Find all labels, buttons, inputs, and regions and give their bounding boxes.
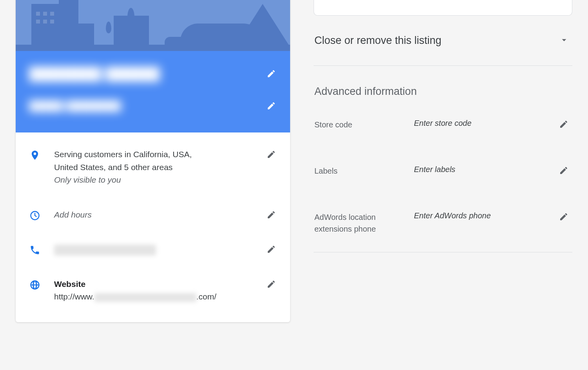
edit-phone-button[interactable]	[266, 243, 277, 254]
chevron-down-icon	[559, 35, 569, 47]
title-block: ████████ ██████ █████ ████████	[16, 51, 290, 132]
edit-hours-button[interactable]	[266, 209, 277, 219]
edit-website-button[interactable]	[266, 278, 277, 289]
pencil-icon	[267, 101, 276, 111]
business-category: █████ ████████	[29, 100, 121, 111]
website-url-suffix: .com/	[196, 292, 216, 301]
edit-category-button[interactable]	[266, 100, 277, 111]
hours-row: Add hours	[29, 198, 277, 232]
close-remove-listing-label: Close or remove this listing	[314, 34, 441, 47]
labels-row: Labels Enter labels	[314, 148, 572, 194]
hero-illustration	[16, 0, 290, 51]
pencil-icon	[559, 120, 568, 129]
info-list: Serving customers in California, USA, Un…	[16, 132, 290, 322]
store-code-row: Store code Enter store code	[314, 102, 572, 148]
previous-card-bottom	[314, 0, 572, 16]
website-row: Website http://www..com/	[29, 267, 277, 314]
pencil-icon	[267, 150, 276, 159]
pencil-icon	[267, 279, 276, 289]
location-text: Serving customers in California, USA, Un…	[54, 148, 252, 187]
website-url-prefix: http://www.	[54, 292, 94, 301]
skyline-illustration	[16, 0, 290, 51]
globe-icon	[29, 278, 41, 290]
location-line2: United States, and 5 other areas	[54, 161, 252, 174]
adwords-phone-label: AdWords location extensions phone	[314, 211, 405, 235]
clock-icon	[29, 209, 41, 221]
phone-redacted	[54, 245, 156, 256]
store-code-value: Enter store code	[414, 119, 549, 128]
website-redacted	[94, 293, 196, 302]
hours-placeholder: Add hours	[54, 209, 252, 221]
pencil-icon	[559, 166, 568, 175]
phone-icon	[29, 243, 41, 256]
phone-value	[54, 243, 252, 256]
edit-adwords-phone-button[interactable]	[558, 211, 569, 222]
edit-location-button[interactable]	[266, 148, 277, 159]
divider	[314, 252, 572, 252]
pencil-icon	[267, 69, 276, 78]
business-info-card: ████████ ██████ █████ ████████ Serving	[16, 0, 290, 322]
labels-label: Labels	[314, 165, 405, 177]
pencil-icon	[559, 212, 568, 221]
location-visibility-note: Only visible to you	[54, 174, 252, 187]
advanced-info-heading: Advanced information	[314, 66, 572, 102]
edit-name-button[interactable]	[266, 68, 277, 79]
location-line1: Serving customers in California, USA,	[54, 148, 252, 161]
pencil-icon	[267, 245, 276, 254]
edit-labels-button[interactable]	[558, 165, 569, 176]
edit-store-code-button[interactable]	[558, 119, 569, 130]
right-column: Close or remove this listing Advanced in…	[314, 0, 572, 252]
website-body: Website http://www..com/	[54, 278, 252, 303]
location-row: Serving customers in California, USA, Un…	[29, 143, 277, 198]
pencil-icon	[267, 210, 276, 219]
store-code-label: Store code	[314, 119, 405, 131]
business-name: ████████ ██████	[29, 67, 160, 81]
website-url: http://www..com/	[54, 290, 252, 303]
labels-value: Enter labels	[414, 165, 549, 174]
website-label: Website	[54, 278, 252, 291]
adwords-phone-value: Enter AdWords phone	[414, 211, 549, 220]
adwords-phone-row: AdWords location extensions phone Enter …	[314, 194, 572, 252]
phone-row	[29, 232, 277, 267]
map-pin-icon	[29, 148, 41, 161]
close-remove-listing-toggle[interactable]: Close or remove this listing	[314, 16, 572, 65]
